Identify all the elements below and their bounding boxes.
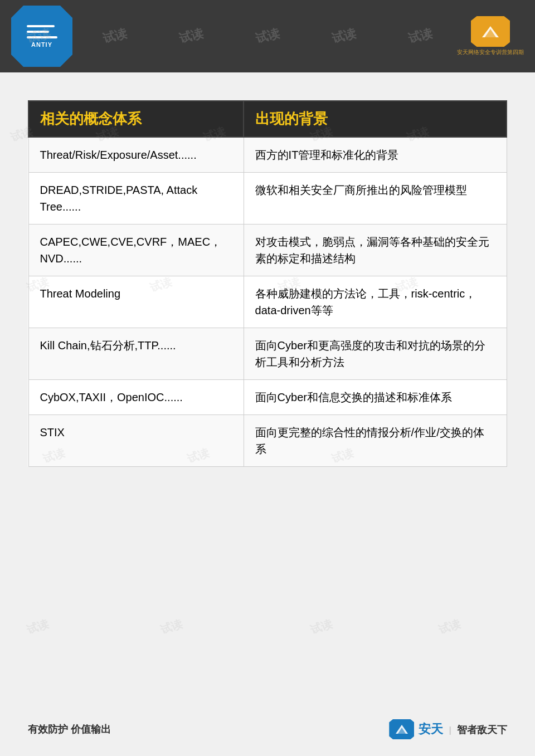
table-row: CybOX,TAXII，OpenIOC......面向Cyber和信息交换的描述…: [28, 380, 507, 415]
logo-line-1: [27, 25, 55, 27]
col1-header: 相关的概念体系: [28, 101, 244, 137]
main-content: 相关的概念体系 出现的背景 Threat/Risk/Exposure/Asset…: [0, 72, 535, 489]
footer-slogan: 有效防护 价值输出: [28, 723, 111, 736]
logo-line-3: [27, 36, 57, 38]
footer-logo: 安天 | 智者敌天下: [389, 719, 507, 739]
table-row: DREAD,STRIDE,PASTA, Attack Tree......微软和…: [28, 173, 507, 225]
table-cell-right-6: 面向更完整的综合性的情报分析/作业/交换的体系: [244, 415, 507, 467]
table-cell-right-5: 面向Cyber和信息交换的描述和标准体系: [244, 380, 507, 415]
right-logo-svg: [479, 23, 502, 40]
table-cell-left-4: Kill Chain,钻石分析,TTP......: [28, 328, 244, 380]
footer: 有效防护 价值输出 安天 | 智者敌天下: [28, 719, 507, 739]
concept-table: 相关的概念体系 出现的背景 Threat/Risk/Exposure/Asset…: [28, 100, 507, 467]
table-cell-right-4: 面向Cyber和更高强度的攻击和对抗的场景的分析工具和分析方法: [244, 328, 507, 380]
table-cell-right-0: 西方的IT管理和标准化的背景: [244, 137, 507, 173]
footer-antiy-text: 安天: [419, 722, 443, 736]
table-cell-left-0: Threat/Risk/Exposure/Asset......: [28, 137, 244, 173]
table-cell-left-1: DREAD,STRIDE,PASTA, Attack Tree......: [28, 173, 244, 225]
footer-logo-svg: [394, 723, 410, 735]
table-cell-right-1: 微软和相关安全厂商所推出的风险管理模型: [244, 173, 507, 225]
antiy-logo-text: ANTIY: [31, 41, 52, 48]
body-wm-15: 试读: [308, 616, 334, 638]
table-row: Threat/Risk/Exposure/Asset......西方的IT管理和…: [28, 137, 507, 173]
logo-line-2: [27, 31, 49, 33]
table-cell-right-2: 对攻击模式，脆弱点，漏洞等各种基础的安全元素的标定和描述结构: [244, 225, 507, 276]
header: ANTIY 试读 试读 试读 试读 试读 试读 试读 安天网络安全专训营第四期: [0, 0, 535, 72]
table-cell-left-3: Threat Modeling: [28, 276, 244, 328]
table-cell-left-5: CybOX,TAXII，OpenIOC......: [28, 380, 244, 415]
body-wm-13: 试读: [25, 616, 51, 638]
right-logo-icon: [471, 16, 510, 47]
body-wm-14: 试读: [159, 616, 185, 638]
antiy-logo: ANTIY: [11, 6, 72, 67]
table-row: STIX面向更完整的综合性的情报分析/作业/交换的体系: [28, 415, 507, 467]
footer-divider: |: [449, 725, 451, 735]
table-row: Kill Chain,钻石分析,TTP......面向Cyber和更高强度的攻击…: [28, 328, 507, 380]
header-wm-3: 试读: [177, 25, 205, 47]
header-wm-6: 试读: [406, 25, 434, 47]
table-row: Threat Modeling各种威胁建模的方法论，工具，risk-centri…: [28, 276, 507, 328]
header-right-logo: 安天网络安全专训营第四期: [457, 16, 524, 56]
footer-logo-text: 安天 | 智者敌天下: [419, 721, 507, 738]
header-wm-5: 试读: [330, 25, 358, 47]
header-wm-4: 试读: [254, 25, 281, 47]
table-cell-left-6: STIX: [28, 415, 244, 467]
table-row: CAPEC,CWE,CVE,CVRF，MAEC，NVD......对攻击模式，脆…: [28, 225, 507, 276]
footer-logo-icon: [389, 719, 414, 739]
body-wm-16: 试读: [437, 616, 463, 638]
header-watermarks: 试读 试读 试读 试读 试读 试读 试读: [0, 0, 535, 72]
right-logo-text: 安天网络安全专训营第四期: [457, 48, 524, 56]
table-cell-left-2: CAPEC,CWE,CVE,CVRF，MAEC，NVD......: [28, 225, 244, 276]
footer-sub-text: 智者敌天下: [457, 724, 507, 735]
logo-lines: [27, 25, 57, 38]
col2-header: 出现的背景: [244, 101, 507, 137]
header-wm-2: 试读: [101, 25, 129, 47]
table-cell-right-3: 各种威胁建模的方法论，工具，risk-centric，data-driven等等: [244, 276, 507, 328]
